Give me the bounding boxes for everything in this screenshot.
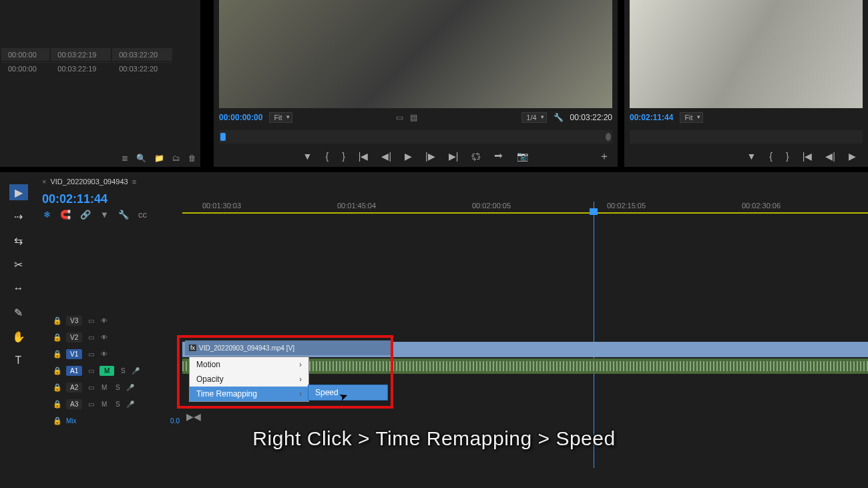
out-bracket-icon[interactable]: } (342, 151, 345, 162)
cc-icon[interactable]: cc (138, 210, 147, 220)
source-fit-dropdown[interactable]: Fit (269, 112, 292, 123)
step-back-icon[interactable]: ◀| (825, 151, 835, 162)
table-row[interactable]: 00:00:00 00:03:22:19 00:03:22:20 (1, 48, 172, 61)
linked-selection-icon[interactable]: 🔗 (80, 210, 91, 220)
panel-menu-icon[interactable] (132, 178, 136, 186)
search-icon[interactable]: 🔍 (136, 154, 146, 163)
mic-icon[interactable]: 🎤 (126, 384, 134, 391)
toggle-output-icon[interactable]: ▭ (86, 350, 95, 358)
track-v1[interactable]: 🔒 V1 ▭ 👁 (53, 346, 180, 362)
lock-icon[interactable]: 🔒 (53, 367, 62, 375)
nest-icon[interactable]: ❄ (43, 210, 51, 220)
settings-icon-2[interactable]: ▤ (410, 113, 417, 122)
track-a3[interactable]: 🔒 A3 ▭ M S 🎤 (53, 396, 180, 412)
toggle-output-icon[interactable]: ▭ (86, 401, 95, 408)
track-v2[interactable]: 🔒 V2 ▭ 👁 (53, 329, 180, 345)
toggle-output-icon[interactable]: ▭ (86, 384, 95, 391)
razor-tool[interactable]: ✂ (9, 256, 28, 272)
mute-toggle[interactable]: M (99, 384, 109, 391)
toggle-output-icon[interactable]: ▭ (86, 334, 95, 341)
mute-toggle[interactable]: M (99, 366, 114, 376)
eye-icon[interactable]: 👁 (99, 350, 109, 358)
marker-icon[interactable]: ▼ (303, 151, 312, 162)
program-video-preview[interactable] (630, 0, 863, 108)
settings-icon[interactable]: ▭ (396, 113, 403, 122)
program-tc[interactable]: 00:02:11:44 (630, 113, 673, 122)
ruler-playhead-icon[interactable] (220, 133, 226, 141)
play-icon[interactable]: ▶ (849, 151, 856, 162)
table-row[interactable]: 00:00:00 00:03:22:19 00:03:22:20 (1, 62, 172, 75)
fx-badge-icon[interactable]: fx (189, 344, 196, 351)
in-bracket-icon[interactable]: { (769, 151, 773, 162)
timeline-playhead-tc[interactable]: 00:02:11:44 (42, 192, 107, 206)
solo-toggle[interactable]: S (118, 367, 128, 375)
ruler-end-icon[interactable] (606, 133, 611, 141)
lock-icon[interactable]: 🔒 (53, 417, 62, 425)
source-video-preview[interactable] (219, 0, 612, 108)
clip-header[interactable]: fx VID_20220903_094943.mp4 [V] (185, 340, 391, 355)
source-scale-dropdown[interactable]: 1/4 (521, 112, 546, 123)
menu-item-motion[interactable]: Motion› (190, 357, 308, 372)
mute-toggle[interactable]: M (99, 401, 109, 408)
lock-icon[interactable]: 🔒 (53, 333, 62, 342)
out-bracket-icon[interactable]: } (786, 151, 789, 162)
solo-toggle[interactable]: S (113, 384, 122, 391)
track-select-tool[interactable]: ⇢ (9, 208, 28, 224)
lock-icon[interactable]: 🔒 (53, 350, 62, 358)
track-a2[interactable]: 🔒 A2 ▭ M S 🎤 (53, 379, 180, 395)
program-ruler[interactable] (630, 130, 863, 144)
menu-item-opacity[interactable]: Opacity› (190, 372, 308, 387)
track-mix[interactable]: 🔒 Mix 0.0 (53, 413, 180, 429)
overwrite-icon[interactable]: ⮕ (494, 151, 503, 162)
time-ruler[interactable]: 00:01:30:03 00:01:45:04 00:02:00:05 00:0… (182, 200, 868, 216)
go-to-in-icon[interactable]: |◀ (803, 151, 813, 162)
ripple-edit-tool[interactable]: ⇆ (9, 232, 28, 248)
source-ruler[interactable] (219, 130, 612, 144)
track-v3[interactable]: 🔒 V3 ▭ 👁 (53, 312, 180, 328)
go-to-out-icon[interactable]: ▶| (449, 151, 459, 162)
new-bin-icon[interactable]: 📁 (154, 154, 164, 163)
step-back-icon[interactable]: ◀| (381, 151, 391, 162)
step-fwd-icon[interactable]: |▶ (425, 151, 435, 162)
lock-icon[interactable]: 🔒 (53, 316, 62, 325)
mix-value[interactable]: 0.0 (170, 417, 180, 425)
lock-icon[interactable]: 🔒 (53, 383, 62, 392)
slip-tool[interactable]: ↔ (9, 280, 28, 296)
lock-icon[interactable]: 🔒 (53, 400, 62, 409)
close-icon[interactable]: × (42, 178, 46, 186)
export-frame-icon[interactable]: 📷 (517, 151, 528, 162)
menu-item-time-remapping[interactable]: Time Remapping› (190, 387, 308, 401)
sequence-tab[interactable]: × VID_20220903_094943 (42, 178, 136, 186)
play-icon[interactable]: ▶ (405, 151, 412, 162)
context-menu: Motion› Opacity› Time Remapping› (189, 356, 309, 402)
type-tool[interactable]: T (9, 352, 28, 369)
insert-icon[interactable]: ⮔ (471, 151, 481, 162)
in-bracket-icon[interactable]: { (325, 151, 329, 162)
work-area-bar[interactable] (182, 212, 868, 214)
selection-tool[interactable]: ▶ (9, 184, 28, 200)
mic-icon[interactable]: 🎤 (126, 401, 134, 408)
eye-icon[interactable]: 👁 (99, 334, 109, 341)
toggle-output-icon[interactable]: ▭ (86, 367, 95, 375)
snap-icon[interactable]: 🧲 (60, 210, 71, 220)
new-item-icon[interactable]: 🗂 (172, 154, 180, 163)
go-to-in-icon[interactable]: |◀ (359, 151, 369, 162)
list-view-icon[interactable]: ≣ (122, 154, 128, 163)
track-a1[interactable]: 🔒 A1 ▭ M S 🎤 (53, 362, 180, 379)
add-button-icon[interactable]: ＋ (599, 150, 610, 164)
eye-icon[interactable]: 👁 (99, 317, 109, 324)
chevron-right-icon: › (299, 375, 302, 384)
mic-icon[interactable]: 🎤 (132, 367, 140, 375)
wrench-icon[interactable]: 🔧 (554, 113, 564, 122)
source-out-tc[interactable]: 00:03:22:20 (570, 113, 612, 122)
solo-toggle[interactable]: S (113, 401, 122, 408)
wrench-icon[interactable]: 🔧 (118, 210, 129, 220)
toggle-output-icon[interactable]: ▭ (86, 317, 95, 324)
source-in-tc[interactable]: 00:00:00:00 (219, 113, 262, 122)
pen-tool[interactable]: ✎ (9, 304, 28, 320)
program-fit-dropdown[interactable]: Fit (680, 112, 702, 123)
trash-icon[interactable]: 🗑 (188, 154, 196, 163)
hand-tool[interactable]: ✋ (9, 328, 28, 344)
marker-icon[interactable]: ▼ (746, 151, 756, 162)
marker-tool-icon[interactable]: ▼ (100, 210, 109, 220)
